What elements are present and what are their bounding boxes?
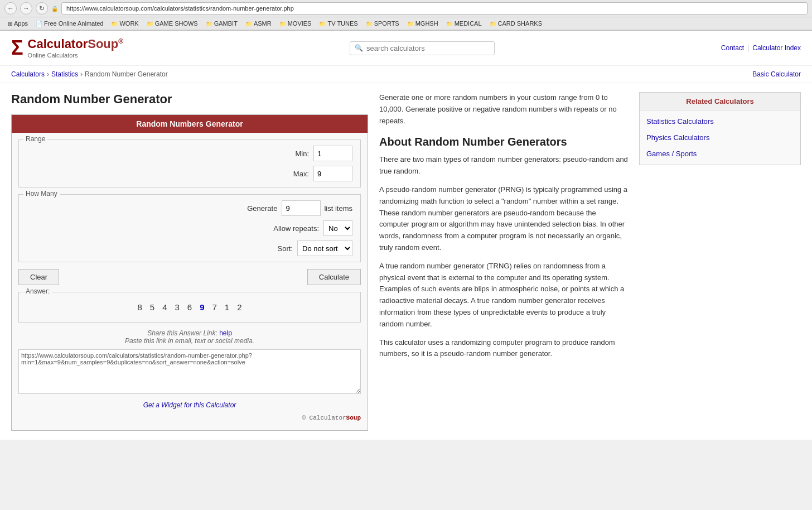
back-button[interactable]: ←: [4, 2, 17, 15]
min-label: Min:: [295, 150, 309, 158]
widget-link[interactable]: Get a Widget for this Calculator: [18, 401, 361, 409]
calculator-index-link[interactable]: Calculator Index: [752, 44, 801, 52]
share-text: Share this Answer Link:: [147, 329, 218, 337]
related-header: Related Calculators: [640, 93, 800, 110]
page-title: Random Number Generator: [11, 92, 368, 107]
bookmarks-bar: ⊞ Apps 📄 Free Online Animated 📁 WORK 📁 G…: [0, 17, 812, 30]
bookmark-sports-label: SPORTS: [374, 20, 399, 27]
folder-icon-medical: 📁: [446, 21, 453, 27]
sort-row: Sort: Do not sort Ascending Descending: [27, 240, 352, 256]
page-wrapper: Σ CalculatorSoup® Online Calculators 🔍 C…: [0, 31, 812, 440]
sidebar-panel: Related Calculators Statistics Calculato…: [639, 92, 801, 431]
calculate-button[interactable]: Calculate: [307, 269, 361, 285]
share-help-link[interactable]: help: [219, 329, 232, 337]
bookmark-sports[interactable]: 📁 SPORTS: [362, 19, 403, 28]
para-1: There are two main types of random numbe…: [379, 154, 628, 177]
folder-icon-gambit: 📁: [206, 21, 212, 27]
header-links: Contact | Calculator Index: [721, 44, 801, 52]
generate-label: Generate: [247, 204, 277, 213]
bookmark-medical-label: MEDICAL: [455, 20, 482, 27]
folder-icon-movies: 📁: [279, 21, 286, 27]
calculator-box: Random Numbers Generator Range Min: Max:: [11, 114, 368, 431]
paste-text: Paste this link in email, text or social…: [125, 337, 254, 345]
calculator-header: Random Numbers Generator: [12, 115, 368, 133]
related-link-physics[interactable]: Physics Calculators: [646, 133, 794, 142]
bookmark-gambit-label: GAMBIT: [214, 20, 238, 27]
header-sep: |: [747, 44, 749, 52]
answer-num-9: 2: [237, 302, 241, 312]
lock-icon: 🔒: [51, 6, 58, 12]
bookmark-work[interactable]: 📁 WORK: [108, 19, 142, 28]
copyright-soup: Soup: [346, 415, 361, 421]
allow-repeats-label: Allow repeats:: [273, 224, 319, 233]
bookmark-gameshows[interactable]: 📁 GAME SHOWS: [143, 19, 201, 28]
logo-name: CalculatorSoup®: [28, 37, 123, 51]
share-url-textarea[interactable]: https://www.calculatorsoup.com/calculato…: [18, 349, 361, 394]
folder-icon-cardsharks: 📁: [490, 21, 496, 27]
answer-group: Answer: 8 5 4 3 6 9 7 1 2: [18, 292, 361, 323]
basic-calculator-link[interactable]: Basic Calculator: [752, 70, 801, 78]
answer-numbers: 8 5 4 3 6 9 7 1 2: [27, 298, 352, 316]
bookmark-mghsh-label: MGHSH: [415, 20, 438, 27]
reload-button[interactable]: ↻: [36, 2, 48, 15]
related-box: Related Calculators Statistics Calculato…: [639, 92, 801, 165]
answer-num-5: 6: [187, 302, 192, 312]
min-input[interactable]: [313, 146, 352, 161]
min-row: Min:: [27, 146, 352, 161]
bookmark-movies-label: MOVIES: [288, 20, 312, 27]
bookmark-tvtunes-label: TV TUNES: [327, 20, 357, 27]
search-input[interactable]: [366, 44, 490, 52]
sort-select[interactable]: Do not sort Ascending Descending: [297, 240, 352, 256]
max-label: Max:: [293, 170, 309, 178]
generate-input[interactable]: [282, 200, 321, 216]
search-box[interactable]: 🔍: [350, 41, 495, 55]
allow-repeats-select[interactable]: No Yes: [323, 220, 352, 236]
bookmark-asmr-label: ASMR: [254, 20, 272, 27]
bookmark-mghsh[interactable]: 📁 MGHSH: [404, 19, 442, 28]
max-row: Max:: [27, 166, 352, 181]
site-header: Σ CalculatorSoup® Online Calculators 🔍 C…: [0, 31, 812, 66]
contact-link[interactable]: Contact: [721, 44, 744, 52]
breadcrumb-current: Random Number Generator: [85, 70, 168, 78]
max-input[interactable]: [313, 166, 352, 181]
answer-num-8: 1: [225, 302, 229, 312]
para-2: A pseudo-random number generator (PRNG) …: [379, 184, 628, 254]
bookmark-cardsharks[interactable]: 📁 CARD SHARKS: [486, 19, 545, 28]
folder-icon-gameshows: 📁: [147, 21, 153, 27]
clear-button[interactable]: Clear: [18, 269, 59, 285]
bookmark-gambit[interactable]: 📁 GAMBIT: [202, 19, 241, 28]
related-link-games[interactable]: Games / Sports: [646, 150, 794, 158]
bookmark-asmr[interactable]: 📁 ASMR: [242, 19, 275, 28]
folder-icon-sports: 📁: [366, 21, 373, 27]
bookmark-free-online[interactable]: 📄 Free Online Animated: [32, 19, 107, 28]
main-container: Random Number Generator Random Numbers G…: [0, 83, 812, 440]
apps-icon: ⊞: [8, 21, 12, 27]
bookmark-medical[interactable]: 📁 MEDICAL: [443, 19, 485, 28]
calculator-body: Range Min: Max: How Many: [12, 133, 368, 430]
forward-button[interactable]: →: [20, 2, 32, 15]
bookmark-apps[interactable]: ⊞ Apps: [4, 19, 31, 28]
generate-row: Generate list items: [27, 200, 352, 216]
search-icon: 🔍: [355, 44, 363, 52]
breadcrumb-calculators[interactable]: Calculators: [11, 70, 45, 78]
breadcrumb-statistics[interactable]: Statistics: [51, 70, 78, 78]
browser-chrome: ← → ↻ 🔒 ⊞ Apps 📄 Free Online Animated 📁 …: [0, 0, 812, 31]
bookmark-movies[interactable]: 📁 MOVIES: [276, 19, 315, 28]
logo-sub: Online Calculators: [28, 52, 123, 59]
address-bar[interactable]: [61, 2, 808, 15]
allow-repeats-row: Allow repeats: No Yes: [27, 220, 352, 236]
breadcrumb-sep-1: ›: [47, 70, 49, 78]
answer-num-2: 5: [150, 302, 154, 312]
bookmark-tvtunes[interactable]: 📁 TV TUNES: [316, 19, 361, 28]
related-link-statistics[interactable]: Statistics Calculators: [646, 117, 794, 126]
bookmark-free-label: Free Online Animated: [44, 20, 103, 27]
logo-text: CalculatorSoup® Online Calculators: [28, 37, 123, 59]
breadcrumb-left: Calculators › Statistics › Random Number…: [11, 70, 168, 78]
breadcrumb-bar: Calculators › Statistics › Random Number…: [0, 66, 812, 83]
bookmark-apps-label: Apps: [14, 20, 28, 27]
logo-area: Σ CalculatorSoup® Online Calculators: [11, 36, 123, 60]
answer-num-7: 7: [212, 302, 217, 312]
sigma-icon: Σ: [11, 36, 23, 60]
answer-num-4: 3: [175, 302, 179, 312]
browser-toolbar: ← → ↻ 🔒: [0, 0, 812, 17]
